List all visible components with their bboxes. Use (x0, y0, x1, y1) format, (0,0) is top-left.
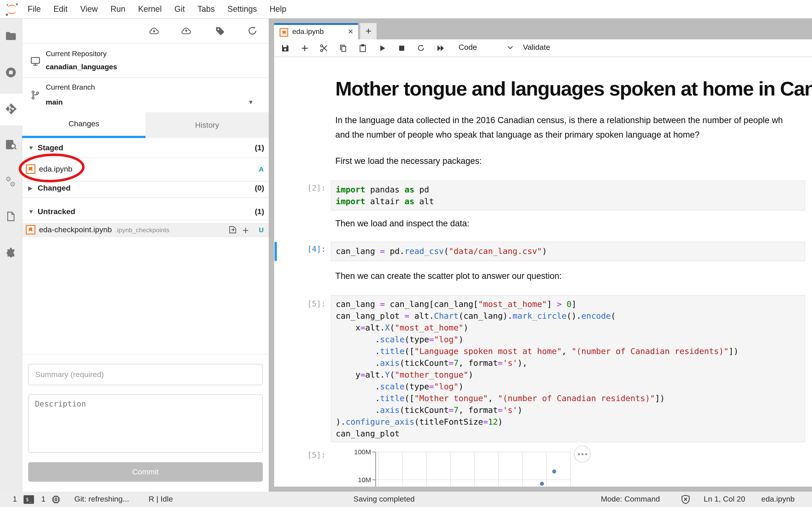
kernel-chip-icon[interactable] (51, 495, 61, 507)
dock-area: eda.ipynb ✕ + Code Validate Mother tongu… (274, 18, 812, 492)
menubar: FileEditViewRunKernelGitTabsSettingsHelp (0, 0, 812, 18)
tab-changes[interactable]: Changes (22, 112, 145, 138)
notebook-content: Mother tongue and languages spoken at ho… (274, 57, 812, 487)
copy-button[interactable] (335, 39, 351, 57)
notebook-tab[interactable]: eda.ipynb ✕ (274, 23, 358, 39)
staged-status-mark: A (259, 165, 264, 173)
cell-prompt: [2]: (274, 183, 326, 192)
cell-prompt-active: [4]: (274, 244, 326, 253)
caret-down-icon[interactable]: ▼ (28, 145, 34, 151)
extensions-icon[interactable] (0, 242, 22, 264)
jupyter-logo (5, 3, 18, 18)
cloud-pull-icon[interactable] (145, 22, 163, 39)
git-icon[interactable] (0, 98, 22, 119)
notebook-file-icon (26, 225, 35, 234)
kernels-count[interactable]: 1 (41, 495, 46, 504)
commit-button[interactable]: Commit (28, 462, 263, 482)
stage-file-plus-icon[interactable]: + (242, 224, 249, 237)
stop-button[interactable] (393, 39, 410, 57)
menu-tabs[interactable]: Tabs (191, 4, 221, 14)
settings-gears-icon[interactable]: ⚙⚙ (0, 170, 22, 192)
paste-button[interactable] (354, 39, 371, 57)
folder-icon[interactable] (0, 25, 22, 47)
fast-forward-button[interactable] (432, 39, 449, 57)
changed-count: (0) (255, 184, 264, 193)
branch-label: Current Branch (46, 83, 95, 92)
inspector-icon[interactable] (0, 134, 22, 156)
validate-button[interactable]: Validate (523, 43, 550, 52)
terminal-icon[interactable]: $_ (23, 495, 34, 504)
menu-file[interactable]: File (21, 4, 47, 14)
more-actions-button[interactable] (574, 445, 591, 463)
code-cell-active[interactable]: can_lang = pd.read_csv("data/can_lang.cs… (331, 242, 805, 261)
menu-run[interactable]: Run (104, 4, 132, 14)
notebook-title: Mother tongue and languages spoken at ho… (335, 77, 812, 100)
commit-description-input[interactable] (28, 394, 263, 453)
svg-text:10M: 10M (358, 476, 371, 484)
untracked-status-mark: U (259, 226, 264, 234)
open-file-icon[interactable] (228, 225, 238, 236)
cut-button[interactable] (315, 39, 332, 57)
caret-right-icon[interactable]: ▶ (28, 185, 33, 191)
tab-history[interactable]: History (145, 112, 269, 138)
menu-edit[interactable]: Edit (47, 4, 74, 14)
new-tab-button[interactable]: + (360, 23, 376, 39)
refresh-icon[interactable] (244, 22, 261, 39)
notebook-icon (280, 28, 288, 37)
code-cell[interactable]: import pandas as pdimport altair as alt (331, 180, 805, 210)
restart-button[interactable] (413, 39, 429, 57)
caret-down-icon[interactable]: ▼ (28, 208, 34, 215)
markdown-paragraph: Then we can create the scatter plot to a… (335, 269, 562, 283)
statusbar-filename: eda.ipynb (761, 495, 795, 504)
new-file-icon[interactable] (0, 206, 22, 227)
git-panel-toolbar (22, 18, 269, 43)
branch-name: main (46, 98, 63, 106)
terminals-count[interactable]: 1 (13, 495, 17, 504)
menu-kernel[interactable]: Kernel (132, 4, 168, 14)
insert-button[interactable] (296, 39, 313, 57)
staged-file-row[interactable]: eda.ipynb A (22, 158, 269, 181)
running-icon[interactable] (0, 62, 22, 83)
save-button[interactable] (277, 39, 293, 57)
menu-settings[interactable]: Settings (221, 4, 263, 14)
untracked-file-row[interactable]: eda-checkpoint.ipynb.ipynb_checkpoints +… (22, 223, 269, 237)
repository-name: canadian_languages (46, 63, 117, 71)
tag-icon[interactable] (211, 22, 229, 39)
cell-type-dropdown[interactable]: Code (459, 43, 477, 52)
scatter-plot-output: 100M10M (274, 446, 600, 487)
markdown-paragraph: Then we load and inspect the data: (335, 216, 469, 231)
left-sidebar-strip: ⚙⚙ (0, 18, 22, 492)
staged-file-name: eda.ipynb (39, 165, 72, 174)
untracked-file-path: .ipynb_checkpoints (115, 226, 169, 234)
cursor-position[interactable]: Ln 1, Col 20 (704, 495, 745, 504)
git-panel: Current Repository canadian_languages Cu… (22, 18, 269, 492)
menu-help[interactable]: Help (263, 4, 293, 14)
code-cell[interactable]: can_lang = can_lang[can_lang["most_at_ho… (331, 295, 805, 442)
staged-count: (1) (255, 144, 264, 153)
close-tab-icon[interactable]: ✕ (348, 27, 353, 36)
cloud-push-icon[interactable] (177, 22, 195, 39)
save-status: Saving completed (353, 495, 415, 504)
chevron-down-icon[interactable] (507, 44, 514, 53)
panel-splitter[interactable] (269, 18, 274, 492)
markdown-paragraph: In the language data collected in the 20… (335, 113, 783, 142)
section-untracked[interactable]: Untracked (38, 207, 75, 216)
menu-git[interactable]: Git (168, 4, 191, 14)
section-staged[interactable]: Staged (38, 144, 63, 153)
kernel-status: R | Idle (149, 495, 173, 504)
svg-text:⚙: ⚙ (9, 180, 15, 187)
cell-prompt: [5]: (274, 299, 326, 308)
shield-x-icon[interactable] (680, 494, 691, 507)
commit-summary-input[interactable] (28, 364, 263, 385)
run-button[interactable] (374, 39, 390, 57)
svg-text:100M: 100M (354, 448, 371, 456)
notebook-tab-title: eda.ipynb (292, 27, 324, 36)
mode-indicator[interactable]: Mode: Command (601, 495, 660, 504)
section-changed[interactable]: Changed (38, 184, 70, 193)
branch-dropdown-caret[interactable]: ▼ (248, 99, 254, 106)
git-status: Git: refreshing... (74, 495, 129, 504)
menu-view[interactable]: View (74, 4, 104, 14)
markdown-paragraph: First we load the necessary packages: (335, 154, 482, 168)
branch-icon (28, 88, 43, 102)
statusbar: 1 $_ 1 Git: refreshing... R | Idle Savin… (0, 492, 812, 507)
